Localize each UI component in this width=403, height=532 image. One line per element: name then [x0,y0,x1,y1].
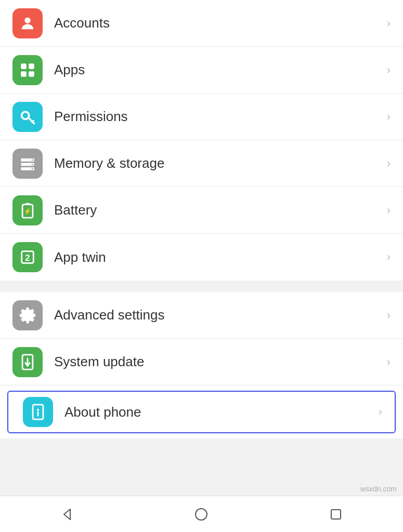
permissions-chevron: › [387,110,391,124]
settings-item-accounts[interactable]: Accounts › [0,0,403,47]
back-button[interactable] [51,504,83,525]
svg-point-5 [22,112,29,119]
svg-point-0 [24,17,30,23]
app-twin-chevron: › [387,250,391,264]
svg-point-24 [37,409,39,411]
settings-item-apps[interactable]: Apps › [0,47,403,94]
system-update-chevron: › [387,355,391,369]
apps-chevron: › [387,63,391,77]
settings-item-app-twin[interactable]: 2 App twin › [0,234,403,281]
about-phone-chevron: › [379,405,382,419]
settings-item-permissions[interactable]: Permissions › [0,94,403,140]
settings-item-battery[interactable]: ⚡ Battery › [0,187,403,234]
memory-label: Memory & storage [54,155,382,171]
key-icon [19,108,36,126]
system-update-label: System update [54,354,382,370]
about-phone-label: About phone [64,404,373,420]
settings-item-about-phone[interactable]: About phone › [7,391,396,433]
accounts-chevron: › [387,17,391,30]
settings-group-1: Accounts › Apps › Permissions › [0,0,403,281]
recents-button[interactable] [320,504,352,525]
back-icon [60,507,74,522]
storage-icon [19,155,36,172]
svg-point-12 [32,164,33,165]
svg-marker-26 [64,509,70,520]
svg-rect-3 [21,71,27,77]
settings-group-2: Advanced settings › System update › Abou… [0,292,403,438]
system-update-icon-wrapper [12,347,43,377]
app-twin-label: App twin [54,249,382,265]
group-separator [0,286,403,292]
sysupdate-icon [19,353,36,371]
svg-rect-28 [331,510,341,519]
memory-chevron: › [387,157,391,170]
svg-text:⚡: ⚡ [23,207,32,215]
accounts-label: Accounts [54,15,382,31]
svg-rect-4 [29,71,34,77]
accounts-icon-wrapper [12,8,43,38]
gear-icon [19,307,36,324]
navigation-bar [0,496,403,532]
advanced-icon-wrapper [12,300,43,330]
settings-item-advanced-settings[interactable]: Advanced settings › [0,292,403,339]
advanced-chevron: › [387,309,391,322]
svg-text:2: 2 [25,253,30,263]
svg-rect-1 [21,63,27,69]
person-icon [19,15,36,32]
home-icon [194,507,209,522]
permissions-icon-wrapper [12,102,43,132]
apps-label: Apps [54,62,382,78]
watermark: wsxdn.com [360,485,397,493]
memory-icon-wrapper [12,149,43,179]
settings-item-memory-storage[interactable]: Memory & storage › [0,140,403,187]
permissions-label: Permissions [54,109,382,125]
battery-icon-wrapper: ⚡ [12,195,43,225]
advanced-label: Advanced settings [54,307,382,323]
svg-rect-15 [25,203,30,204]
svg-point-27 [196,509,207,520]
apps-icon [19,61,36,79]
home-button[interactable] [186,504,217,525]
app-twin-icon-wrapper: 2 [12,242,43,272]
recents-icon [329,507,343,522]
battery-icon: ⚡ [19,202,36,219]
aboutphone-icon [29,403,47,421]
svg-line-7 [32,121,34,122]
apps-icon-wrapper [12,55,43,85]
svg-rect-2 [29,63,34,69]
about-phone-icon-wrapper [23,397,53,427]
svg-point-11 [32,159,33,161]
battery-label: Battery [54,202,382,218]
battery-chevron: › [387,204,391,217]
settings-item-system-update[interactable]: System update › [0,339,403,385]
svg-point-13 [32,168,33,169]
apptwin-icon: 2 [19,248,36,266]
